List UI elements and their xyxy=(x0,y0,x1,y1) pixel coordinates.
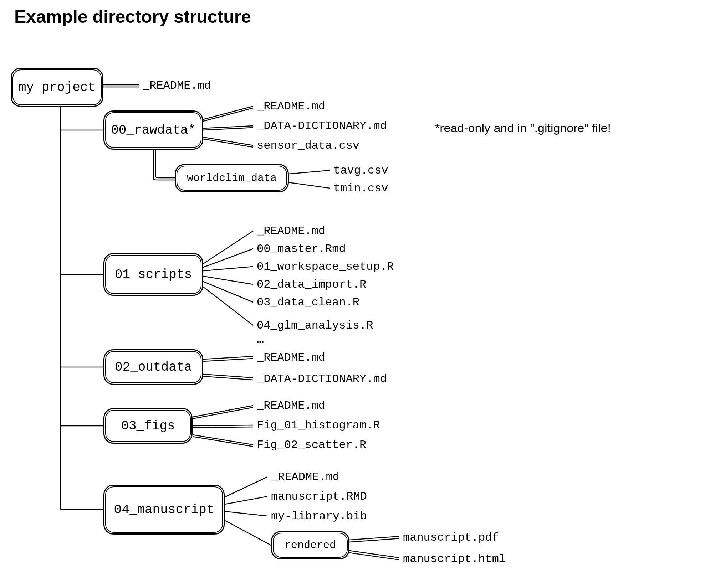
file-label: 01_workspace_setup.R xyxy=(257,260,394,273)
file-label-ellipsis: … xyxy=(257,333,264,346)
svg-line-39 xyxy=(349,553,399,560)
diagram-canvas: Example directory structure my_project _… xyxy=(0,0,705,588)
dir-02-outdata: 02_outdata xyxy=(103,349,203,385)
dir-01-scripts: 01_scripts xyxy=(103,253,203,296)
svg-line-27 xyxy=(193,407,253,419)
file-label: manuscript.RMD xyxy=(271,490,367,503)
svg-line-37 xyxy=(349,538,399,542)
file-label: _README.md xyxy=(257,399,325,412)
svg-line-22 xyxy=(203,356,253,359)
file-label: tavg.csv xyxy=(333,164,388,177)
file-label: 00_master.Rmd xyxy=(257,242,346,256)
file-label: _README.md xyxy=(271,470,339,484)
svg-line-25 xyxy=(203,376,253,380)
svg-line-15 xyxy=(289,182,330,188)
svg-line-12 xyxy=(203,137,253,145)
svg-line-29 xyxy=(193,427,253,428)
svg-line-13 xyxy=(203,139,253,147)
svg-line-18 xyxy=(203,267,253,271)
dir-03-figs: 03_figs xyxy=(103,408,193,444)
svg-line-10 xyxy=(203,126,253,128)
dir-worldclim-data: worldclim_data xyxy=(175,164,289,192)
file-label: tmin.csv xyxy=(333,182,388,195)
svg-line-33 xyxy=(225,496,267,504)
file-label: 02_data_import.R xyxy=(257,278,366,291)
svg-line-32 xyxy=(225,477,267,497)
svg-line-30 xyxy=(193,435,253,445)
svg-line-21 xyxy=(203,287,253,325)
svg-line-34 xyxy=(225,511,267,516)
svg-line-24 xyxy=(203,374,253,378)
svg-line-11 xyxy=(203,128,253,130)
svg-line-8 xyxy=(203,106,253,119)
dir-00-rawdata: 00_rawdata* xyxy=(103,110,203,150)
svg-line-38 xyxy=(349,551,399,558)
file-label: _DATA-DICTIONARY.md xyxy=(257,119,387,133)
dir-04-manuscript: 04_manuscript xyxy=(103,485,225,535)
svg-line-20 xyxy=(203,282,253,302)
svg-line-36 xyxy=(349,536,399,540)
svg-line-31 xyxy=(193,437,253,447)
svg-line-26 xyxy=(193,406,253,417)
svg-line-16 xyxy=(203,231,253,264)
svg-line-19 xyxy=(203,276,253,284)
file-label: manuscript.html xyxy=(403,552,506,566)
file-label: 03_data_clean.R xyxy=(257,296,359,309)
file-label: _DATA-DICTIONARY.md xyxy=(257,372,387,386)
file-label: _README.md xyxy=(257,351,325,364)
svg-line-23 xyxy=(203,359,253,361)
file-label: 04_glm_analysis.R xyxy=(257,319,373,332)
file-label: sensor_data.csv xyxy=(257,139,359,152)
file-label: manuscript.pdf xyxy=(403,531,499,544)
file-label: Fig_01_histogram.R xyxy=(257,419,380,432)
svg-line-28 xyxy=(193,425,253,426)
file-label: _README.md xyxy=(257,100,325,113)
diagram-title: Example directory structure xyxy=(14,6,251,27)
file-label: _README.md xyxy=(143,79,211,92)
svg-line-9 xyxy=(203,108,253,121)
dir-rendered: rendered xyxy=(271,531,349,559)
svg-line-35 xyxy=(225,520,271,545)
annotation-gitignore: *read-only and in ".gitignore" file! xyxy=(435,121,611,135)
file-label: Fig_02_scatter.R xyxy=(257,438,366,452)
svg-line-14 xyxy=(289,170,330,174)
file-label: my-library.bib xyxy=(271,510,367,523)
file-label: _README.md xyxy=(257,225,325,238)
dir-my-project: my_project xyxy=(11,68,103,107)
svg-line-17 xyxy=(203,249,253,267)
